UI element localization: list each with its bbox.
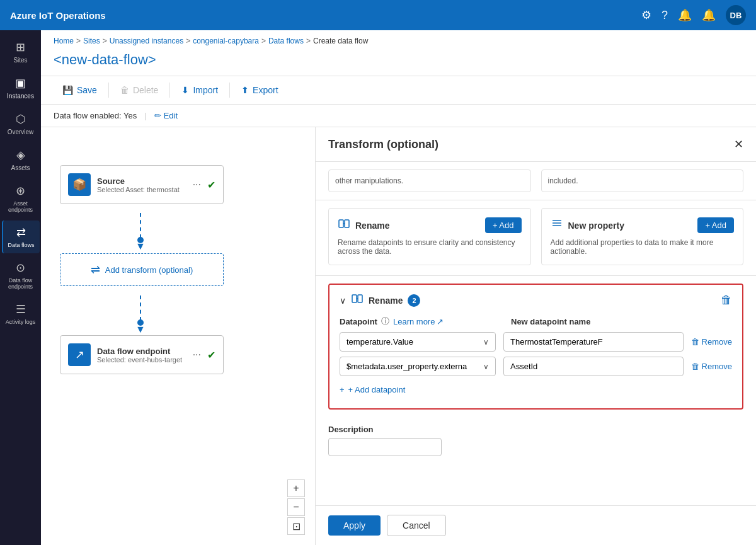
sidebar-item-label: Assets [11, 164, 30, 171]
bell-icon[interactable]: 🔔 [678, 8, 692, 22]
rename-card-desc: Rename datapoints to ensure clarity and … [338, 238, 522, 256]
source-node[interactable]: 📦 Source Selected Asset: thermostat ··· … [60, 165, 224, 204]
datapoint-value-1: temperature.Value [346, 337, 413, 347]
datapoint-dropdown-1[interactable]: temperature.Value ∨ [340, 332, 496, 352]
transform-cards: Rename + Add Rename datapoints to ensure… [316, 200, 756, 276]
zoom-in-button[interactable]: + [287, 479, 305, 497]
transform-node[interactable]: ⇌ Add transform (optional) [60, 253, 224, 286]
breadcrumb-current: Create data flow [313, 37, 368, 45]
datapoint-dropdown-2[interactable]: $metadata.user_property.externa ∨ [340, 357, 496, 376]
breadcrumb-data-flows[interactable]: Data flows [268, 37, 304, 45]
save-button[interactable]: 💾 Save [54, 81, 106, 99]
svg-rect-7 [358, 295, 362, 302]
sidebar-item-label: Sites [13, 57, 27, 64]
notification-icon[interactable]: 🔔 [702, 8, 716, 22]
rename-count-badge: 2 [408, 294, 420, 307]
sidebar-item-data-flows[interactable]: ⇄ Data flows [2, 221, 40, 253]
remove-button-1[interactable]: 🗑 Remove [691, 337, 732, 347]
new-property-card-title: New property [568, 221, 624, 231]
sidebar-item-instances[interactable]: ▣ Instances [2, 71, 40, 105]
new-property-icon [551, 217, 563, 233]
delete-button[interactable]: 🗑 Delete [112, 81, 167, 99]
edit-icon: ✏ [154, 111, 161, 120]
flow-main: 📦 Source Selected Asset: thermostat ··· … [41, 127, 756, 545]
chevron-down-icon: ∨ [340, 295, 346, 306]
sites-icon: ⊞ [16, 40, 25, 54]
breadcrumb-home[interactable]: Home [54, 37, 74, 45]
description-input[interactable] [328, 438, 442, 456]
panel-body[interactable]: other manipulations. included. [316, 162, 756, 505]
node-menu-icon[interactable]: ··· [193, 179, 201, 190]
rename-card-icon [338, 217, 350, 233]
remove-button-2[interactable]: 🗑 Remove [691, 362, 732, 371]
description-section: Description [316, 417, 756, 464]
data-flow-endpoints-icon: ⊙ [16, 261, 25, 275]
new-name-input-1[interactable] [503, 332, 684, 352]
transform-panel: Transform (optional) ✕ other manipulatio… [315, 127, 756, 545]
fit-view-button[interactable]: ⊡ [287, 517, 305, 535]
sidebar: ⊞ Sites ▣ Instances ⬡ Overview ◈ Assets … [0, 30, 41, 545]
sidebar-item-label: Asset endpoints [4, 200, 37, 213]
rename-section-header[interactable]: ∨ Rename 2 [329, 285, 742, 316]
export-button[interactable]: ⬆ Export [232, 81, 287, 99]
breadcrumb-instance[interactable]: congenial-capybara [193, 37, 259, 45]
settings-icon[interactable]: ⚙ [641, 8, 651, 22]
endpoint-status-icon: ✔ [207, 349, 215, 361]
panel-header: Transform (optional) ✕ [316, 127, 756, 162]
topbar-actions: ⚙ ? 🔔 🔔 DB [641, 5, 746, 25]
endpoint-menu-icon[interactable]: ··· [193, 349, 201, 360]
svg-rect-6 [352, 295, 357, 302]
save-icon: 💾 [62, 85, 73, 95]
status-check-icon: ✔ [207, 179, 215, 191]
add-datapoint-button[interactable]: + + Add datapoint [340, 381, 405, 398]
rename-col-headers: Datapoint ⓘ Learn more ↗ New datapoint n… [340, 316, 732, 327]
breadcrumb-unassigned[interactable]: Unassigned instances [110, 37, 183, 45]
apply-button[interactable]: Apply [328, 515, 381, 536]
sidebar-item-overview[interactable]: ⬡ Overview [2, 107, 40, 141]
breadcrumb-sites[interactable]: Sites [83, 37, 100, 45]
transform-label: Add transform (optional) [105, 265, 193, 275]
svg-rect-0 [339, 220, 343, 227]
new-name-input-2[interactable] [503, 357, 684, 376]
sidebar-item-data-flow-endpoints[interactable]: ⊙ Data flow endpoints [2, 256, 40, 295]
help-icon[interactable]: ? [662, 9, 668, 22]
toolbar: 💾 Save 🗑 Delete ⬇ Import ⬆ Export [41, 76, 756, 105]
endpoint-title: Data flow endpoint [97, 347, 186, 356]
zoom-out-button[interactable]: − [287, 498, 305, 516]
avatar[interactable]: DB [726, 5, 746, 25]
rename-add-button[interactable]: + Add [485, 217, 522, 233]
sidebar-item-activity-logs[interactable]: ☰ Activity logs [2, 297, 40, 330]
source-title: Source [97, 176, 186, 186]
flow-enabled-text: Data flow enabled: Yes [54, 111, 137, 120]
connector-2 [140, 295, 141, 321]
external-link-icon: ↗ [437, 317, 444, 326]
new-property-card: New property + Add Add additional proper… [541, 208, 744, 265]
source-icon: 📦 [68, 173, 91, 196]
new-property-add-button[interactable]: + Add [697, 217, 734, 233]
sidebar-item-label: Data flows [8, 242, 34, 248]
sidebar-item-asset-endpoints[interactable]: ⊛ Asset endpoints [2, 179, 40, 218]
sidebar-item-sites[interactable]: ⊞ Sites [2, 35, 40, 69]
activity-logs-icon: ☰ [16, 302, 26, 316]
asset-endpoints-icon: ⊛ [16, 184, 25, 198]
cancel-button[interactable]: Cancel [387, 515, 446, 536]
connector-arrow-2: ▼ [135, 324, 146, 335]
remove-icon-1: 🗑 [691, 337, 699, 347]
endpoint-subtitle: Selected: event-hubs-target [97, 356, 186, 364]
sidebar-item-assets[interactable]: ◈ Assets [2, 143, 40, 176]
edit-button[interactable]: ✏ Edit [154, 111, 178, 120]
plus-icon: + [340, 385, 345, 394]
partial-card-left: other manipulations. [328, 169, 531, 192]
learn-more-link[interactable]: Learn more ↗ [393, 317, 444, 326]
info-icon: ⓘ [381, 316, 389, 327]
datapoint-value-2: $metadata.user_property.externa [346, 362, 467, 371]
overview-icon: ⬡ [16, 112, 26, 126]
panel-close-button[interactable]: ✕ [734, 137, 743, 151]
endpoint-node[interactable]: ↗ Data flow endpoint Selected: event-hub… [60, 335, 224, 374]
rename-section-icon [351, 292, 364, 308]
rename-delete-button[interactable]: 🗑 [721, 294, 732, 307]
svg-rect-1 [345, 220, 349, 227]
partial-card-right: included. [541, 169, 744, 192]
description-label: Description [328, 425, 743, 434]
import-button[interactable]: ⬇ Import [173, 81, 227, 99]
